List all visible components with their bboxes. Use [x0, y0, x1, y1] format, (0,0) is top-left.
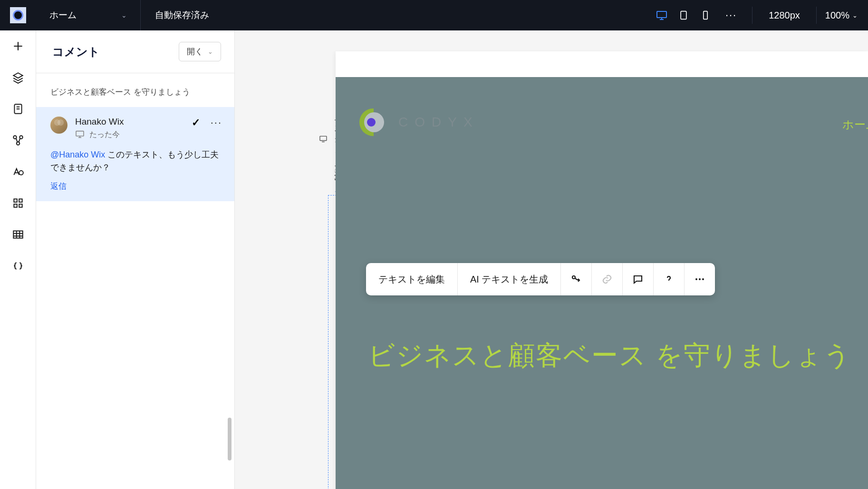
brand-logo-icon — [359, 108, 387, 136]
link-icon[interactable] — [592, 263, 623, 295]
desktop-icon — [318, 136, 328, 142]
canvas-width[interactable]: 1280px — [756, 10, 812, 21]
top-bar: ホーム ⌄ 自動保存済み ··· 1280px 100% ⌄ — [0, 0, 868, 30]
page-dropdown[interactable]: ホーム ⌄ — [36, 0, 141, 30]
device-switcher: ··· — [655, 9, 748, 21]
chevron-down-icon: ⌄ — [208, 48, 213, 55]
svg-point-18 — [702, 278, 704, 280]
comment-time: たった今 — [75, 130, 184, 140]
save-status: 自動保存済み — [141, 9, 223, 21]
page-dropdown-label: ホーム — [49, 9, 77, 21]
more-icon[interactable]: ··· — [211, 117, 222, 129]
comment-author: Hanako Wix — [75, 117, 184, 127]
filter-heading: ビジネスと顧客ベース を守りましょう — [36, 73, 234, 107]
svg-rect-14 — [320, 136, 327, 140]
svg-rect-10 — [14, 204, 17, 207]
typography-icon[interactable] — [11, 165, 25, 179]
svg-point-15 — [572, 276, 575, 279]
ai-text-button[interactable]: AI テキストを生成 — [458, 263, 561, 295]
add-icon[interactable] — [11, 39, 25, 53]
animation-icon[interactable] — [561, 263, 592, 295]
svg-rect-1 — [681, 11, 686, 20]
layers-icon[interactable] — [11, 70, 25, 85]
tablet-icon[interactable] — [677, 10, 690, 20]
svg-point-17 — [699, 278, 701, 280]
svg-rect-11 — [19, 204, 22, 207]
avatar — [50, 117, 68, 134]
svg-rect-9 — [19, 199, 22, 202]
svg-rect-8 — [14, 199, 17, 202]
zoom-level[interactable]: 100% ⌄ — [820, 10, 868, 21]
desktop-icon[interactable] — [655, 10, 668, 20]
svg-rect-13 — [76, 131, 84, 136]
mention[interactable]: @Hanako Wix — [50, 150, 105, 159]
canvas-area[interactable]: デスクトップ（最大） CODYX ホーム セクション — [235, 30, 868, 489]
svg-rect-12 — [13, 231, 23, 238]
brand-name: CODYX — [398, 115, 479, 130]
resolve-icon[interactable]: ✓ — [192, 117, 200, 129]
edit-text-button[interactable]: テキストを編集 — [366, 263, 458, 295]
more-icon[interactable] — [685, 263, 715, 295]
left-rail — [0, 30, 36, 489]
svg-rect-2 — [704, 11, 707, 20]
comment-body: @Hanako Wix このテキスト、もう少し工夫できませんか？ — [50, 148, 222, 174]
filter-dropdown[interactable]: 開く ⌄ — [179, 42, 221, 61]
comment-item[interactable]: Hanako Wix たった今 ✓ ··· @Hanako Wix このテキスト… — [36, 107, 234, 201]
hero-heading[interactable]: ビジネスと顧客ベース を守りましょう — [368, 330, 851, 381]
help-icon[interactable] — [654, 263, 685, 295]
svg-point-16 — [695, 278, 697, 280]
panel-title: コメント — [52, 44, 100, 59]
scrollbar[interactable] — [228, 418, 231, 460]
app-logo[interactable] — [0, 0, 36, 30]
desktop-icon — [75, 130, 85, 140]
svg-rect-0 — [657, 11, 666, 18]
site-body — [336, 170, 868, 489]
comment-icon[interactable] — [623, 263, 654, 295]
mobile-icon[interactable] — [699, 10, 712, 20]
comments-panel: コメント 開く ⌄ ビジネスと顧客ベース を守りましょう Hanako Wix … — [36, 30, 235, 489]
connections-icon[interactable] — [11, 133, 25, 147]
svg-point-6 — [16, 142, 19, 145]
brand: CODYX — [359, 108, 479, 136]
apps-icon[interactable] — [11, 196, 25, 210]
reply-link[interactable]: 返信 — [50, 181, 67, 192]
code-icon[interactable] — [11, 259, 25, 273]
site-header: CODYX ホーム — [336, 51, 868, 170]
page-icon[interactable] — [11, 102, 25, 116]
more-devices-icon[interactable]: ··· — [721, 9, 742, 21]
element-toolbar: テキストを編集 AI テキストを生成 — [366, 263, 715, 295]
chevron-down-icon: ⌄ — [121, 11, 127, 19]
chevron-down-icon: ⌄ — [852, 12, 858, 19]
nav-home-link[interactable]: ホーム — [842, 117, 868, 132]
svg-point-7 — [19, 171, 23, 175]
table-icon[interactable] — [11, 227, 25, 242]
